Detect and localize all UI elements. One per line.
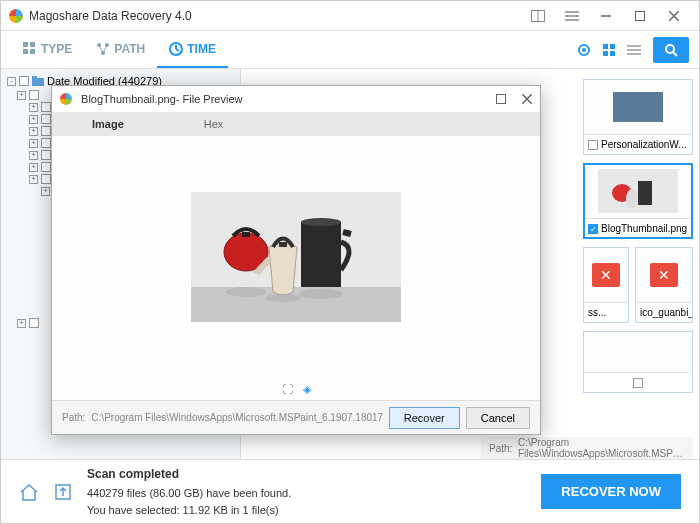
recover-now-button[interactable]: RECOVER NOW <box>541 474 681 509</box>
rotate-icon[interactable]: ◈ <box>303 383 311 396</box>
file-card[interactable]: ✕ ico_guanbi_hover... <box>635 247 693 323</box>
app-title: Magoshare Data Recovery 4.0 <box>29 9 192 23</box>
svg-line-20 <box>176 49 179 51</box>
tab-type-label: TYPE <box>41 42 72 56</box>
expand-icon[interactable]: + <box>17 91 26 100</box>
svg-rect-24 <box>610 44 615 49</box>
preview-image <box>191 192 401 322</box>
svg-line-17 <box>103 45 107 53</box>
maximize-icon[interactable] <box>496 94 506 104</box>
tab-time[interactable]: TIME <box>157 31 228 68</box>
file-card[interactable]: ✕ ss... <box>583 247 629 323</box>
svg-rect-9 <box>23 42 28 47</box>
recover-button[interactable]: Recover <box>389 407 460 429</box>
close-icon[interactable] <box>657 1 691 31</box>
svg-rect-25 <box>603 51 608 56</box>
window-titlebar: Magoshare Data Recovery 4.0 <box>1 1 699 31</box>
file-card[interactable] <box>583 331 693 393</box>
checkbox-icon[interactable] <box>588 140 598 150</box>
home-icon[interactable] <box>19 482 39 502</box>
expand-icon[interactable]: + <box>29 127 38 136</box>
file-card-selected[interactable]: ✓BlogThumbnail.png <box>583 163 693 239</box>
expand-icon[interactable]: + <box>29 115 38 124</box>
error-icon: ✕ <box>650 263 678 287</box>
checkbox-icon[interactable] <box>29 90 39 100</box>
tab-path-label: PATH <box>114 42 145 56</box>
minimize-icon[interactable] <box>589 1 623 31</box>
svg-point-47 <box>301 218 341 226</box>
file-name: ss... <box>588 307 606 318</box>
svg-point-37 <box>626 189 638 209</box>
thumbnail <box>584 332 692 372</box>
panel-icon[interactable] <box>521 1 555 31</box>
file-name: PersonalizationW... <box>601 139 687 150</box>
scan-line2: You have selected: 11.92 KB in 1 file(s) <box>87 502 291 519</box>
checkbox-icon[interactable] <box>41 150 51 160</box>
error-icon: ✕ <box>592 263 620 287</box>
expand-icon[interactable]: + <box>29 151 38 160</box>
path-value: C:\Program Files\WindowsApps\Microsoft.M… <box>518 437 685 459</box>
checkbox-icon[interactable] <box>41 174 51 184</box>
svg-point-51 <box>265 294 301 302</box>
checkbox-icon[interactable] <box>41 126 51 136</box>
path-label: Path: <box>62 412 85 423</box>
main-toolbar: TYPE PATH TIME <box>1 31 699 69</box>
svg-rect-50 <box>279 242 287 247</box>
svg-line-48 <box>343 232 351 234</box>
file-name: BlogThumbnail.png <box>601 223 687 234</box>
file-card[interactable]: PersonalizationW... <box>583 79 693 155</box>
grid-view-icon[interactable] <box>603 44 615 56</box>
scan-line1: 440279 files (86.00 GB) have been found. <box>87 485 291 502</box>
checkbox-icon[interactable] <box>41 162 51 172</box>
svg-rect-26 <box>610 51 615 56</box>
svg-point-46 <box>226 287 266 297</box>
expand-icon[interactable]: - <box>7 77 16 86</box>
dialog-titlebar: BlogThumbnail.png- File Preview <box>52 86 540 112</box>
expand-icon[interactable]: + <box>29 103 38 112</box>
checkbox-icon[interactable] <box>29 318 39 328</box>
app-logo-icon <box>60 93 72 105</box>
search-button[interactable] <box>653 37 689 63</box>
expand-icon[interactable]: + <box>17 319 26 328</box>
svg-rect-45 <box>242 232 250 237</box>
list-view-icon[interactable] <box>627 45 641 55</box>
scan-status: Scan completed 440279 files (86.00 GB) h… <box>87 465 291 518</box>
svg-rect-33 <box>32 76 37 79</box>
expand-icon[interactable]: + <box>29 163 38 172</box>
cancel-button[interactable]: Cancel <box>466 407 530 429</box>
scan-heading: Scan completed <box>87 465 291 483</box>
type-icon <box>23 42 37 56</box>
svg-rect-6 <box>636 11 645 20</box>
tab-path[interactable]: PATH <box>84 31 157 68</box>
tab-image[interactable]: Image <box>52 118 164 130</box>
app-footer: Scan completed 440279 files (86.00 GB) h… <box>1 459 699 523</box>
checkbox-icon[interactable] <box>41 102 51 112</box>
path-label: Path: <box>489 443 512 454</box>
checkbox-icon[interactable]: ✓ <box>588 224 598 234</box>
svg-rect-42 <box>191 287 401 322</box>
close-icon[interactable] <box>522 94 532 104</box>
tab-hex[interactable]: Hex <box>164 118 264 130</box>
expand-icon[interactable]: + <box>29 139 38 148</box>
checkbox-icon[interactable] <box>19 76 29 86</box>
menu-icon[interactable] <box>555 1 589 31</box>
preview-tabs: Image Hex <box>52 112 540 136</box>
svg-rect-12 <box>30 49 35 54</box>
svg-rect-38 <box>497 95 506 104</box>
tab-type[interactable]: TYPE <box>11 31 84 68</box>
window-controls <box>521 1 691 31</box>
checkbox-icon[interactable] <box>41 114 51 124</box>
expand-icon[interactable]: + <box>29 175 38 184</box>
preview-toggle-icon[interactable] <box>577 43 591 57</box>
preview-tool-icons: ⛶ ◈ <box>52 378 540 400</box>
expand-icon[interactable]: + <box>41 187 50 196</box>
checkbox-icon[interactable] <box>41 138 51 148</box>
svg-rect-11 <box>23 49 28 54</box>
svg-rect-32 <box>32 78 44 86</box>
file-name: ico_guanbi_hover... <box>640 307 692 318</box>
checkbox-icon[interactable] <box>633 378 643 388</box>
maximize-icon[interactable] <box>623 1 657 31</box>
svg-point-49 <box>299 289 343 299</box>
fit-icon[interactable]: ⛶ <box>282 383 293 395</box>
export-icon[interactable] <box>53 482 73 502</box>
